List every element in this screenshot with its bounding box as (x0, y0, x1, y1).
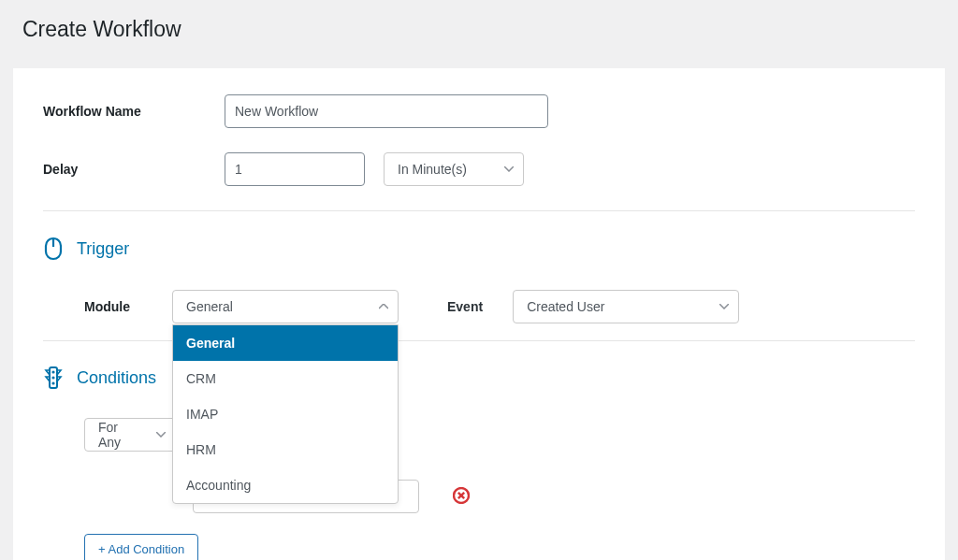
chevron-down-icon (156, 432, 166, 438)
trigger-section-header: Trigger (43, 236, 915, 262)
module-option-hrm[interactable]: HRM (173, 432, 398, 467)
svg-point-5 (51, 381, 54, 384)
module-option-accounting[interactable]: Accounting (173, 467, 398, 503)
chevron-down-icon (504, 166, 514, 172)
workflow-name-row: Workflow Name (43, 94, 915, 128)
trigger-row: Module General General CRM IMAP HRM Acco… (84, 290, 915, 323)
module-dropdown-list: General CRM IMAP HRM Accounting (172, 324, 399, 504)
condition-match-select[interactable]: For Any (84, 418, 176, 452)
traffic-light-icon (43, 366, 64, 390)
chevron-down-icon (719, 304, 729, 309)
svg-point-3 (51, 370, 54, 373)
module-label: Module (84, 299, 172, 314)
condition-match-value: For Any (98, 420, 139, 450)
delay-input[interactable] (225, 152, 365, 186)
delay-label: Delay (43, 162, 225, 177)
chevron-up-icon (379, 304, 388, 309)
delay-row: Delay In Minute(s) (43, 152, 915, 186)
delay-unit-select[interactable]: In Minute(s) (384, 152, 524, 186)
trigger-section-title: Trigger (77, 239, 129, 259)
event-label: Event (447, 299, 483, 314)
delete-condition-icon[interactable] (453, 487, 470, 507)
add-condition-button[interactable]: + Add Condition (84, 534, 198, 560)
workflow-name-label: Workflow Name (43, 104, 225, 119)
delay-unit-value: In Minute(s) (398, 162, 467, 177)
workflow-name-input[interactable] (225, 94, 548, 128)
event-select[interactable]: Created User (513, 290, 739, 323)
module-selected-value: General (186, 299, 233, 314)
conditions-section-title: Conditions (77, 368, 156, 388)
module-option-imap[interactable]: IMAP (173, 396, 398, 432)
page-title: Create Workflow (22, 17, 936, 42)
mouse-icon (43, 236, 64, 262)
module-option-general[interactable]: General (173, 325, 398, 361)
event-selected-value: Created User (527, 299, 604, 314)
divider (43, 210, 915, 211)
workflow-panel: Workflow Name Delay In Minute(s) Trigger… (13, 68, 945, 560)
svg-point-4 (51, 376, 54, 379)
module-option-crm[interactable]: CRM (173, 361, 398, 396)
module-select[interactable]: General General CRM IMAP HRM Accounting (172, 290, 399, 323)
